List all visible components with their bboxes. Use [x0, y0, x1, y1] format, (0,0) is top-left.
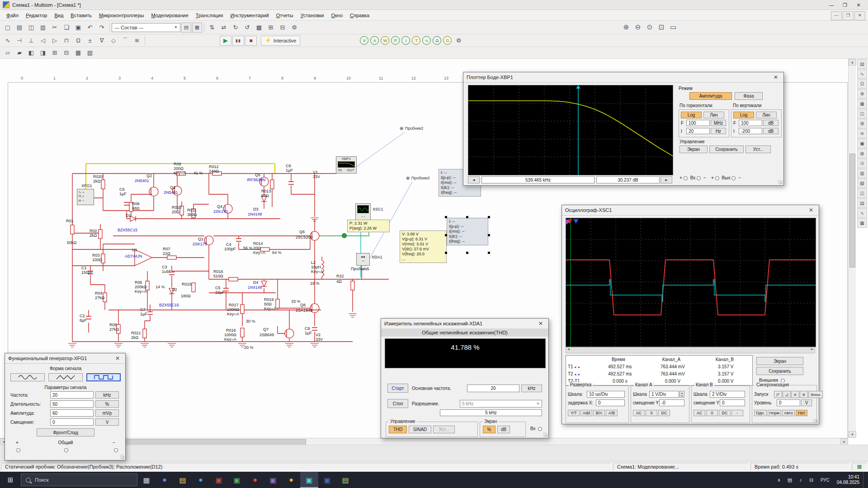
vertical-scroll-thumb[interactable] — [849, 154, 855, 267]
resize-grip[interactable] — [543, 432, 547, 437]
instrument-10-icon[interactable]: ◍ — [857, 149, 867, 158]
component-label[interactable]: Key=A — [227, 312, 239, 316]
scroll-down-icon[interactable]: ▼ — [849, 431, 856, 438]
cha-scale-field[interactable]: 1 V/Div — [649, 391, 679, 398]
component-label[interactable]: R015 — [182, 282, 192, 286]
component-label[interactable]: 50Ω — [264, 302, 272, 306]
component-label[interactable]: R013 — [261, 189, 271, 193]
xfg-param-unit[interactable]: V — [95, 418, 119, 426]
component-label[interactable]: R09 — [174, 162, 181, 166]
out-plus-terminal[interactable] — [715, 176, 719, 180]
view-1-icon[interactable]: ⇅ — [207, 22, 217, 33]
file-edit-1-icon[interactable]: ▢ — [2, 22, 13, 33]
misc-2-icon[interactable]: ▰ — [14, 47, 25, 58]
instrument-6-icon[interactable]: ◫ — [857, 109, 867, 118]
bode-titlebar[interactable]: Плоттер Боде-XBP1 ✕ — [463, 72, 783, 83]
misc-4-icon[interactable]: ◨ — [38, 47, 48, 58]
component-label[interactable]: BZX55C15 — [159, 303, 179, 307]
component-label[interactable]: 100Ω — [92, 258, 102, 262]
instrument-3-icon[interactable]: Ω — [857, 79, 867, 89]
probe-W-icon[interactable]: W — [381, 36, 389, 45]
component-1-icon[interactable]: ∿ — [2, 35, 13, 46]
component-label[interactable]: R22 — [336, 274, 344, 278]
cursor-left-icon[interactable]: ◄ — [468, 176, 480, 183]
language-indicator[interactable]: РУС — [817, 478, 833, 483]
component-label[interactable]: 1u5F — [162, 269, 171, 274]
component-label[interactable]: 180Ω — [181, 294, 191, 298]
component-label[interactable]: 2kΩ — [131, 335, 138, 340]
component-label[interactable]: 2N5401 — [135, 178, 149, 183]
menu-Окно[interactable]: Окно — [327, 11, 346, 20]
component-label[interactable]: C3 — [162, 265, 167, 269]
component-label[interactable]: R010 — [172, 205, 182, 210]
input-terminal[interactable] — [538, 427, 542, 431]
notifications-button[interactable] — [863, 472, 868, 488]
probe2-flag[interactable]: ◉ Пробник2 — [400, 126, 423, 131]
misc-6-icon[interactable]: ⊟ — [61, 47, 72, 58]
component-label[interactable]: Q8 — [300, 303, 306, 307]
chb-offset-field[interactable]: 0 — [720, 399, 745, 406]
resize-grip[interactable] — [120, 455, 124, 459]
component-label[interactable]: 68Ω — [132, 206, 140, 211]
v-i-unit[interactable]: dB — [763, 128, 778, 134]
file-edit-9-icon[interactable]: ↷ — [96, 22, 107, 33]
component-label[interactable]: 1µF — [119, 192, 127, 196]
in-minus-terminal[interactable] — [697, 176, 701, 180]
view-5-icon[interactable]: ▩ — [254, 22, 264, 33]
component-label[interactable]: 1µF — [286, 168, 293, 173]
trigger-edge-◿-button[interactable]: ◿ — [783, 391, 791, 398]
settings-button[interactable]: Уст... — [745, 145, 771, 153]
xbp1-symbol[interactable]: XBP1 INOUT — [336, 156, 357, 174]
thd-titlebar[interactable]: Измеритель нелинейных искажений-XDA1 ✕ — [381, 319, 548, 329]
component-label[interactable]: R018 — [226, 328, 236, 333]
file-edit-5-icon[interactable]: ✂ — [49, 22, 60, 33]
chb-0-button[interactable]: 0 — [706, 410, 718, 416]
cursor-right-icon[interactable]: ► — [578, 366, 581, 369]
component-label[interactable]: R012 — [209, 164, 219, 169]
component-label[interactable]: 30 % — [246, 319, 255, 324]
component-label[interactable]: 240Ω — [209, 169, 219, 174]
component-11-icon[interactable]: ⌒ — [120, 35, 131, 46]
component-label[interactable]: C2 — [80, 314, 85, 318]
xfg-param-unit[interactable]: % — [95, 400, 119, 408]
tray-4-icon[interactable]: ⊟ — [806, 477, 817, 483]
component-label[interactable]: R04 — [95, 291, 103, 296]
component-label[interactable]: 20Ω — [253, 246, 261, 250]
taskbar-app-10-icon[interactable]: ▣ — [300, 472, 318, 488]
cursor-left-icon[interactable]: ◄ — [574, 373, 577, 376]
list-button[interactable]: ▤ — [181, 23, 191, 33]
timebase-scale-field[interactable]: 10 us/Div — [587, 391, 625, 398]
square-wave-button[interactable] — [86, 373, 121, 381]
component-8-icon[interactable]: ± — [85, 35, 95, 46]
file-edit-7-icon[interactable]: ▣ — [73, 22, 84, 33]
component-label[interactable]: R08 — [132, 202, 140, 206]
sinad-button[interactable]: SINAD — [409, 426, 431, 433]
minus-terminal[interactable] — [114, 448, 118, 452]
mdi-control-3-icon[interactable]: ✕ — [854, 11, 865, 20]
db-button[interactable]: dB — [497, 426, 510, 433]
instrument-14-icon[interactable]: ◫ — [857, 188, 867, 198]
component-label[interactable]: Key=A — [224, 337, 236, 342]
component-label[interactable]: Q7 — [263, 327, 269, 332]
close-icon[interactable]: ✕ — [771, 74, 780, 80]
sync-Нет-button[interactable]: Нет — [796, 410, 807, 416]
component-label[interactable]: R021 — [131, 331, 141, 335]
file-edit-8-icon[interactable]: ↶ — [85, 22, 95, 33]
taskbar-app-9-icon[interactable]: ● — [282, 472, 300, 488]
chb-scale-field[interactable]: 2 V/Div — [710, 391, 745, 398]
sweep-A/B-button[interactable]: A/B — [606, 410, 618, 416]
component-10-icon[interactable]: ◇ — [108, 35, 119, 46]
instrument-2-icon[interactable]: ∿ — [857, 69, 867, 79]
component-label[interactable]: R01 — [66, 219, 74, 223]
component-label[interactable]: C1 — [81, 266, 87, 270]
instrument-4-icon[interactable]: ⊕ — [857, 89, 867, 99]
menu-Инструментарий[interactable]: Инструментарий — [227, 11, 273, 20]
distortion-analyzer-window[interactable]: Измеритель нелинейных искажений-XDA1 ✕ О… — [381, 318, 549, 438]
probe-∿-icon[interactable]: ∿ — [422, 36, 431, 45]
sweep-Add-button[interactable]: Add — [580, 410, 592, 416]
taskbar-app-4-icon[interactable]: ● — [192, 472, 210, 488]
component-2-icon[interactable]: ⊣ — [14, 35, 25, 46]
menu-Справка[interactable]: Справка — [346, 11, 373, 20]
component-label[interactable]: Q2 — [146, 174, 152, 178]
close-icon[interactable]: ✕ — [807, 207, 816, 213]
